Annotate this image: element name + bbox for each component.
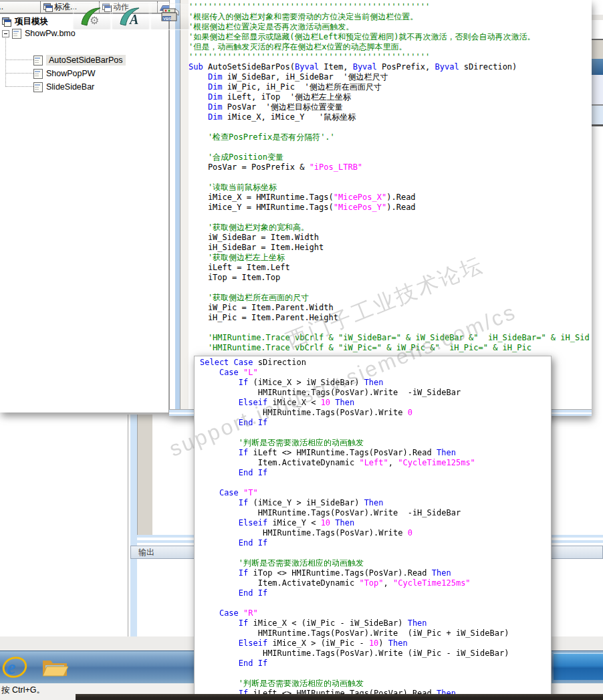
internet-explorer-icon[interactable]: e bbox=[1, 654, 28, 681]
code-line: iH_Pic = Item.Parent.Height bbox=[189, 313, 590, 323]
code-line bbox=[200, 598, 548, 608]
code-line: '判断是否需要激活相应的动画触发 bbox=[200, 558, 548, 568]
code-line: End If bbox=[200, 588, 548, 598]
code-line: Dim iW_SideBar, iH_SideBar '侧边栏尺寸 bbox=[189, 72, 590, 82]
code-line bbox=[200, 428, 548, 438]
behind-editor-frame bbox=[130, 415, 137, 640]
output-panel-title: 输出 bbox=[138, 548, 154, 557]
code-line: Elseif iMice_X > (iW_Pic - 10) Then bbox=[200, 638, 548, 649]
tree-root[interactable]: 项目模块 bbox=[2, 15, 48, 27]
code-line: HMIRuntime.Tags(PosVar).Write (iW_Pic + … bbox=[200, 628, 548, 638]
code-line: '如果侧边栏全部显示或隐藏(侧边栏Left和预定位置相同)就不再次激活，否则会自… bbox=[189, 32, 590, 42]
code-line: HMIRuntime.Tags(PosVar).Write 0 bbox=[200, 408, 548, 418]
code-line: End If bbox=[200, 538, 548, 548]
wincc-graphics-gear-icon[interactable]: ⚙ bbox=[73, 3, 111, 30]
tree-item-autosetsidebarpos[interactable]: AutoSetSideBarPos bbox=[33, 54, 126, 66]
code-line: '获取侧边栏所在画面的尺寸 bbox=[189, 293, 590, 303]
code-line: '判断是否需要激活相应的动画触发 bbox=[200, 679, 548, 689]
code-line: iW_Pic = Item.Parent.Width bbox=[189, 303, 590, 313]
code-line: Case "T" bbox=[200, 488, 548, 498]
scrollbar-track2[interactable] bbox=[590, 106, 603, 124]
code-line: PosVar = PosPrefix & "iPos_LTRB" bbox=[189, 162, 590, 172]
code-line bbox=[200, 478, 548, 488]
bottom-dark-bar bbox=[76, 694, 603, 700]
wincc-graphics-a-icon[interactable]: A bbox=[112, 3, 150, 30]
right-scroll-botline bbox=[590, 124, 603, 126]
code-line: Item.ActivateDynamic "Top", "CycleTime12… bbox=[200, 578, 548, 588]
scrollbar-track[interactable] bbox=[590, 75, 603, 104]
code-line bbox=[189, 213, 590, 223]
code-line: End If bbox=[200, 418, 548, 428]
code-line: End If bbox=[200, 659, 548, 669]
tree-item-showpoppw[interactable]: ShowPopPW bbox=[33, 68, 96, 80]
popup-code-window[interactable]: Select Case sDirection Case "L" If (iMic… bbox=[194, 356, 552, 700]
svg-text:e: e bbox=[7, 656, 15, 678]
editor-gutter bbox=[180, 0, 189, 409]
tree-file-row[interactable]: ShowPw.bmo bbox=[2, 27, 76, 39]
code-line: iTop = Item.Top bbox=[189, 273, 590, 283]
tree-item-label: ShowPopPW bbox=[46, 69, 96, 78]
code-line: '读取当前鼠标坐标 bbox=[189, 183, 590, 193]
code-line: Dim PosVar '侧边栏目标位置变量 bbox=[189, 102, 590, 112]
code-line: If iLeft <> HMIRuntime.Tags(PosVar).Read… bbox=[200, 448, 548, 458]
sub-module-icon bbox=[33, 55, 43, 66]
code-line bbox=[189, 172, 590, 183]
explorer-folder-icon[interactable] bbox=[41, 657, 68, 678]
collapse-expander-icon[interactable] bbox=[2, 30, 9, 37]
tab-project-label: 目... bbox=[0, 1, 3, 13]
tree-connector bbox=[5, 37, 6, 87]
popup-code-block[interactable]: Select Case sDirection Case "L" If (iMic… bbox=[200, 358, 548, 697]
code-line: Case "L" bbox=[200, 368, 548, 378]
code-line bbox=[189, 283, 590, 293]
code-line: HMIRuntime.Tags(PosVar).Write 0 bbox=[200, 528, 548, 538]
sub-module-icon bbox=[33, 82, 43, 92]
code-line: HMIRuntime.Tags(PosVar).Write -iH_SideBa… bbox=[200, 508, 548, 518]
tree-root-label: 项目模块 bbox=[15, 16, 48, 27]
code-line: Dim iW_Pic, iH_Pic '侧边栏所在画面尺寸 bbox=[189, 82, 590, 92]
right-band bbox=[590, 15, 603, 20]
code-line: '获取侧边栏对象的宽和高。 bbox=[189, 223, 590, 233]
code-line: Select Case sDirection bbox=[200, 358, 548, 368]
tree-connector bbox=[5, 73, 33, 74]
code-line: Elseif iMice_X < 10 Then bbox=[200, 398, 548, 408]
code-line: If iTop <> HMIRuntime.Tags(PosVar).Read … bbox=[200, 568, 548, 578]
code-line: HMIRuntime.Tags(PosVar).Write -iW_SideBa… bbox=[200, 388, 548, 398]
tree-connector bbox=[5, 86, 33, 87]
code-line: Dim iMice_X, iMice_Y '鼠标坐标 bbox=[189, 112, 590, 122]
taskbar-active-window-button[interactable] bbox=[554, 653, 603, 680]
code-line: iMice_Y = HMIRuntime.Tags("MicePos_Y").R… bbox=[189, 203, 590, 213]
project-tree-panel: 项目模块 ShowPw.bmo AutoSetSideBarPos ShowPo… bbox=[0, 13, 169, 413]
scrollbar-thumb[interactable] bbox=[590, 59, 603, 75]
code-line: '根据传入的侧边栏对象和需要滑动的方位决定当前侧边栏位置。 bbox=[189, 12, 590, 22]
tree-item-label: AutoSetSideBarPos bbox=[46, 55, 126, 66]
script-editor-window: 目... 标准... 动作 代码... 项目模块 ShowPw.bmo bbox=[0, 0, 592, 416]
code-line: HMIRuntime.Tags(PosVar).Write (iW_Pic - … bbox=[200, 649, 548, 659]
main-code-block[interactable]: ''''''''''''''''''''''''''''''''''''''''… bbox=[189, 2, 590, 407]
editor-left-frame bbox=[175, 0, 180, 416]
vbs-editor-icon[interactable]: VBS bbox=[150, 3, 190, 30]
code-line: Dim iLeft, iTop '侧边栏左上坐标 bbox=[189, 92, 590, 102]
code-line: '根据侧边栏位置决定是否再次激活动画触发。 bbox=[189, 22, 590, 32]
code-line: Sub AutoSetSideBarPos(Byval Item, Byval … bbox=[189, 62, 590, 72]
module-file-icon bbox=[12, 29, 21, 39]
code-line bbox=[189, 122, 590, 132]
code-line: Case "R" bbox=[200, 608, 548, 618]
svg-text:A: A bbox=[128, 12, 138, 27]
code-line: If (iMice_Y > iH_SideBar) Then bbox=[200, 498, 548, 508]
tree-item-slidesidebar[interactable]: SlideSideBar bbox=[33, 81, 94, 93]
code-line: iLeft = Item.Left bbox=[189, 263, 590, 273]
tab-project[interactable]: 目... bbox=[0, 1, 45, 13]
code-line: iH_SideBar = Item.Height bbox=[189, 243, 590, 253]
code-line: iMice_X = HMIRuntime.Tags("MicePos_X").R… bbox=[189, 193, 590, 203]
code-line bbox=[200, 669, 548, 679]
code-line: iW_SideBar = Item.Width bbox=[189, 233, 590, 243]
code-line: If iMice_X < (iW_Pic - iW_SideBar) Then bbox=[200, 618, 548, 628]
code-line: End If bbox=[200, 468, 548, 478]
behind-editor-gutter bbox=[138, 415, 153, 536]
code-line: 'HMIRuntime.Trace vbCrlf & "iW_Pic=" & i… bbox=[189, 343, 590, 353]
code-editor-area[interactable]: ''''''''''''''''''''''''''''''''''''''''… bbox=[169, 0, 592, 416]
code-line: '检查PosPrefix是否有分隔符'.' bbox=[189, 132, 590, 142]
code-line: '但是，动画触发灭活的程序在侧边栏x位置的动态脚本里面。 bbox=[189, 42, 590, 52]
code-line: '合成Position变量 bbox=[189, 152, 590, 162]
code-line: '判断是否需要激活相应的动画触发 bbox=[200, 438, 548, 448]
